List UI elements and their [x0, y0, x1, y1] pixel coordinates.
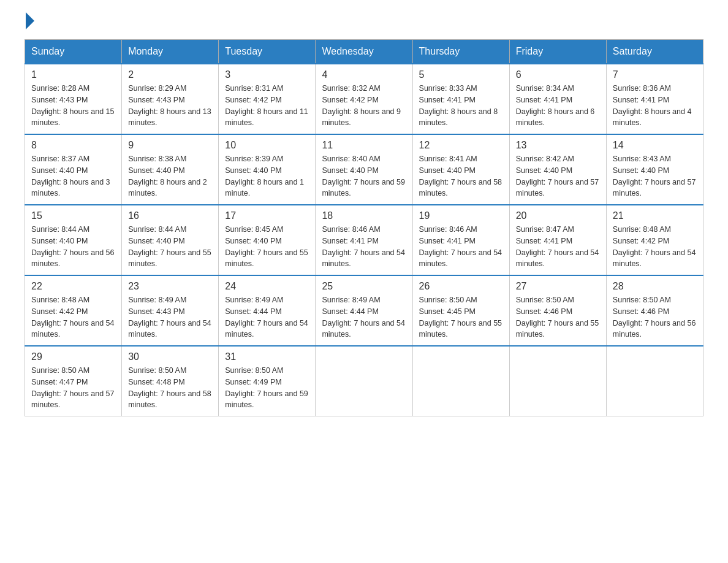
header: [25, 18, 703, 27]
day-info: Sunrise: 8:48 AM Sunset: 4:42 PM Dayligh…: [31, 294, 115, 340]
calendar-cell: 24 Sunrise: 8:49 AM Sunset: 4:44 PM Dayl…: [219, 275, 316, 346]
day-info: Sunrise: 8:48 AM Sunset: 4:42 PM Dayligh…: [613, 224, 697, 270]
calendar-cell: 13 Sunrise: 8:42 AM Sunset: 4:40 PM Dayl…: [509, 134, 606, 205]
weekday-header-saturday: Saturday: [606, 40, 703, 64]
calendar-cell: 25 Sunrise: 8:49 AM Sunset: 4:44 PM Dayl…: [316, 275, 412, 346]
calendar-cell: 19 Sunrise: 8:46 AM Sunset: 4:41 PM Dayl…: [412, 205, 509, 275]
calendar-cell: 14 Sunrise: 8:43 AM Sunset: 4:40 PM Dayl…: [606, 134, 703, 205]
day-number: 30: [128, 351, 212, 362]
calendar-cell: 10 Sunrise: 8:39 AM Sunset: 4:40 PM Dayl…: [219, 134, 316, 205]
calendar-cell: 23 Sunrise: 8:49 AM Sunset: 4:43 PM Dayl…: [122, 275, 219, 346]
calendar-cell: 17 Sunrise: 8:45 AM Sunset: 4:40 PM Dayl…: [219, 205, 316, 275]
calendar-cell: 28 Sunrise: 8:50 AM Sunset: 4:46 PM Dayl…: [606, 275, 703, 346]
weekday-header-wednesday: Wednesday: [316, 40, 412, 64]
day-info: Sunrise: 8:38 AM Sunset: 4:40 PM Dayligh…: [128, 153, 212, 199]
calendar-cell: [316, 346, 412, 416]
day-number: 15: [31, 210, 115, 221]
day-info: Sunrise: 8:41 AM Sunset: 4:40 PM Dayligh…: [419, 153, 503, 199]
day-number: 26: [419, 281, 503, 292]
weekday-header-sunday: Sunday: [25, 40, 122, 64]
week-row-5: 29 Sunrise: 8:50 AM Sunset: 4:47 PM Dayl…: [25, 346, 703, 416]
day-number: 8: [31, 140, 115, 151]
day-number: 6: [516, 69, 600, 80]
calendar-cell: 31 Sunrise: 8:50 AM Sunset: 4:49 PM Dayl…: [219, 346, 316, 416]
day-info: Sunrise: 8:42 AM Sunset: 4:40 PM Dayligh…: [516, 153, 600, 199]
day-number: 4: [322, 69, 406, 80]
calendar-cell: [412, 346, 509, 416]
day-number: 24: [225, 281, 309, 292]
day-info: Sunrise: 8:50 AM Sunset: 4:46 PM Dayligh…: [613, 294, 697, 340]
day-number: 27: [516, 281, 600, 292]
day-number: 13: [516, 140, 600, 151]
week-row-1: 1 Sunrise: 8:28 AM Sunset: 4:43 PM Dayli…: [25, 64, 703, 134]
calendar-cell: 9 Sunrise: 8:38 AM Sunset: 4:40 PM Dayli…: [122, 134, 219, 205]
calendar-cell: [606, 346, 703, 416]
day-number: 10: [225, 140, 309, 151]
calendar-cell: 12 Sunrise: 8:41 AM Sunset: 4:40 PM Dayl…: [412, 134, 509, 205]
day-info: Sunrise: 8:49 AM Sunset: 4:43 PM Dayligh…: [128, 294, 212, 340]
calendar-cell: 21 Sunrise: 8:48 AM Sunset: 4:42 PM Dayl…: [606, 205, 703, 275]
day-number: 11: [322, 140, 406, 151]
day-number: 21: [613, 210, 697, 221]
day-number: 28: [613, 281, 697, 292]
calendar-cell: 6 Sunrise: 8:34 AM Sunset: 4:41 PM Dayli…: [509, 64, 606, 134]
weekday-header-tuesday: Tuesday: [219, 40, 316, 64]
day-info: Sunrise: 8:32 AM Sunset: 4:42 PM Dayligh…: [322, 83, 406, 129]
day-info: Sunrise: 8:50 AM Sunset: 4:49 PM Dayligh…: [225, 365, 309, 411]
calendar-cell: 30 Sunrise: 8:50 AM Sunset: 4:48 PM Dayl…: [122, 346, 219, 416]
day-info: Sunrise: 8:34 AM Sunset: 4:41 PM Dayligh…: [516, 83, 600, 129]
day-number: 20: [516, 210, 600, 221]
day-info: Sunrise: 8:43 AM Sunset: 4:40 PM Dayligh…: [613, 153, 697, 199]
day-number: 18: [322, 210, 406, 221]
day-info: Sunrise: 8:31 AM Sunset: 4:42 PM Dayligh…: [225, 83, 309, 129]
weekday-header-monday: Monday: [122, 40, 219, 64]
day-number: 3: [225, 69, 309, 80]
week-row-4: 22 Sunrise: 8:48 AM Sunset: 4:42 PM Dayl…: [25, 275, 703, 346]
day-info: Sunrise: 8:50 AM Sunset: 4:47 PM Dayligh…: [31, 365, 115, 411]
day-info: Sunrise: 8:29 AM Sunset: 4:43 PM Dayligh…: [128, 83, 212, 129]
weekday-header-row: SundayMondayTuesdayWednesdayThursdayFrid…: [25, 40, 703, 64]
calendar-cell: 7 Sunrise: 8:36 AM Sunset: 4:41 PM Dayli…: [606, 64, 703, 134]
calendar-cell: 3 Sunrise: 8:31 AM Sunset: 4:42 PM Dayli…: [219, 64, 316, 134]
calendar-cell: 16 Sunrise: 8:44 AM Sunset: 4:40 PM Dayl…: [122, 205, 219, 275]
calendar-cell: 4 Sunrise: 8:32 AM Sunset: 4:42 PM Dayli…: [316, 64, 412, 134]
weekday-header-friday: Friday: [509, 40, 606, 64]
calendar-cell: 8 Sunrise: 8:37 AM Sunset: 4:40 PM Dayli…: [25, 134, 122, 205]
day-info: Sunrise: 8:39 AM Sunset: 4:40 PM Dayligh…: [225, 153, 309, 199]
week-row-2: 8 Sunrise: 8:37 AM Sunset: 4:40 PM Dayli…: [25, 134, 703, 205]
day-number: 17: [225, 210, 309, 221]
day-info: Sunrise: 8:44 AM Sunset: 4:40 PM Dayligh…: [31, 224, 115, 270]
calendar-cell: 1 Sunrise: 8:28 AM Sunset: 4:43 PM Dayli…: [25, 64, 122, 134]
day-number: 5: [419, 69, 503, 80]
day-info: Sunrise: 8:49 AM Sunset: 4:44 PM Dayligh…: [322, 294, 406, 340]
calendar-cell: 18 Sunrise: 8:46 AM Sunset: 4:41 PM Dayl…: [316, 205, 412, 275]
day-number: 19: [419, 210, 503, 221]
day-info: Sunrise: 8:47 AM Sunset: 4:41 PM Dayligh…: [516, 224, 600, 270]
day-info: Sunrise: 8:28 AM Sunset: 4:43 PM Dayligh…: [31, 83, 115, 129]
calendar-cell: 11 Sunrise: 8:40 AM Sunset: 4:40 PM Dayl…: [316, 134, 412, 205]
day-info: Sunrise: 8:45 AM Sunset: 4:40 PM Dayligh…: [225, 224, 309, 270]
calendar-cell: 20 Sunrise: 8:47 AM Sunset: 4:41 PM Dayl…: [509, 205, 606, 275]
day-info: Sunrise: 8:50 AM Sunset: 4:46 PM Dayligh…: [516, 294, 600, 340]
day-number: 23: [128, 281, 212, 292]
calendar-cell: 2 Sunrise: 8:29 AM Sunset: 4:43 PM Dayli…: [122, 64, 219, 134]
day-number: 2: [128, 69, 212, 80]
day-number: 9: [128, 140, 212, 151]
calendar-cell: 22 Sunrise: 8:48 AM Sunset: 4:42 PM Dayl…: [25, 275, 122, 346]
day-info: Sunrise: 8:37 AM Sunset: 4:40 PM Dayligh…: [31, 153, 115, 199]
day-info: Sunrise: 8:44 AM Sunset: 4:40 PM Dayligh…: [128, 224, 212, 270]
day-number: 29: [31, 351, 115, 362]
day-number: 12: [419, 140, 503, 151]
calendar-cell: 27 Sunrise: 8:50 AM Sunset: 4:46 PM Dayl…: [509, 275, 606, 346]
calendar-cell: 26 Sunrise: 8:50 AM Sunset: 4:45 PM Dayl…: [412, 275, 509, 346]
logo: [25, 18, 34, 27]
day-info: Sunrise: 8:36 AM Sunset: 4:41 PM Dayligh…: [613, 83, 697, 129]
day-info: Sunrise: 8:46 AM Sunset: 4:41 PM Dayligh…: [419, 224, 503, 270]
day-info: Sunrise: 8:46 AM Sunset: 4:41 PM Dayligh…: [322, 224, 406, 270]
calendar-cell: 5 Sunrise: 8:33 AM Sunset: 4:41 PM Dayli…: [412, 64, 509, 134]
calendar-cell: 15 Sunrise: 8:44 AM Sunset: 4:40 PM Dayl…: [25, 205, 122, 275]
day-number: 1: [31, 69, 115, 80]
day-number: 7: [613, 69, 697, 80]
day-info: Sunrise: 8:33 AM Sunset: 4:41 PM Dayligh…: [419, 83, 503, 129]
day-info: Sunrise: 8:40 AM Sunset: 4:40 PM Dayligh…: [322, 153, 406, 199]
